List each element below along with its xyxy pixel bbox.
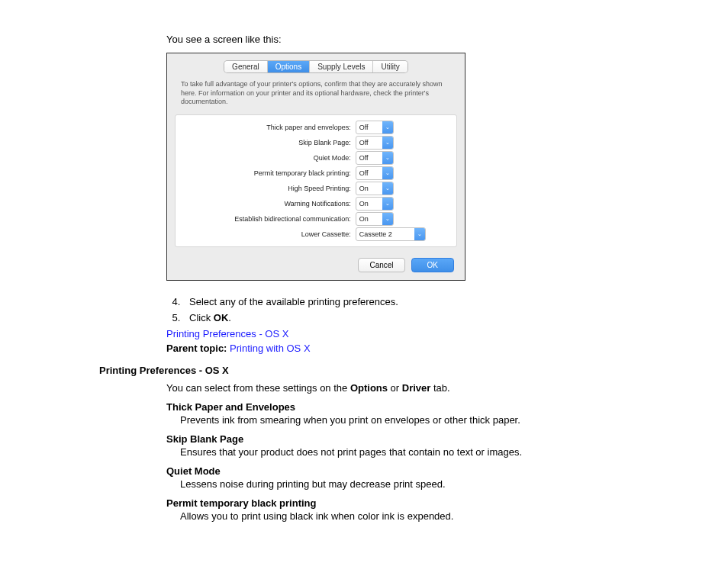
ok-button[interactable]: OK [411,258,454,272]
def-term: Skip Blank Page [166,433,636,445]
dialog-description: To take full advantage of your printer's… [167,77,465,114]
text: You can select from these settings on th… [166,382,350,394]
settings-panel: Thick paper and envelopes: Off ⌄ Skip Bl… [175,114,457,247]
chevron-updown-icon: ⌄ [382,167,393,179]
step-5-text: Click [189,312,214,323]
cancel-button[interactable]: Cancel [358,258,404,272]
quiet-mode-select[interactable]: Off ⌄ [356,151,394,165]
text-bold: Driver [402,382,431,394]
step-5: Click OK. [183,312,636,323]
chevron-updown-icon: ⌄ [382,137,393,149]
select-value: Off [356,154,382,162]
setting-label: Lower Cassette: [182,230,356,238]
setting-label: High Speed Printing: [182,185,356,192]
tab-general[interactable]: General [224,61,268,72]
select-value: Off [356,124,382,131]
parent-topic-line: Parent topic: Printing with OS X [166,343,636,354]
def-desc: Allows you to print using black ink when… [180,510,636,522]
select-value: Off [356,169,382,177]
chevron-updown-icon: ⌄ [414,228,425,240]
select-value: On [356,215,382,223]
setting-row: Establish bidirectional communication: O… [176,211,456,227]
setting-row: Lower Cassette: Cassette 2 ⌄ [176,227,456,242]
select-value: On [356,185,382,192]
setting-row: Warning Notifications: On ⌄ [176,196,456,211]
text-bold: Options [350,382,388,394]
printing-preferences-link[interactable]: Printing Preferences - OS X [166,328,288,339]
dialog-tabbar: General Options Supply Levels Utility [167,53,465,77]
chevron-updown-icon: ⌄ [382,213,393,225]
def-term: Thick Paper and Envelopes [166,401,636,413]
dialog-button-row: Cancel OK [167,247,465,280]
definition-list: Thick Paper and Envelopes Prevents ink f… [166,401,636,522]
def-desc: Prevents ink from smearing when you prin… [180,414,636,426]
setting-row: High Speed Printing: On ⌄ [176,181,456,196]
high-speed-select[interactable]: On ⌄ [356,182,394,195]
tab-utility[interactable]: Utility [373,61,407,72]
setting-row: Skip Blank Page: Off ⌄ [176,135,456,150]
step-5-suffix: . [228,312,231,323]
tab-options[interactable]: Options [268,61,310,72]
parent-topic-link[interactable]: Printing with OS X [230,343,311,354]
bidirectional-select[interactable]: On ⌄ [356,212,394,226]
tab-segment: General Options Supply Levels Utility [224,61,407,72]
setting-row: Quiet Mode: Off ⌄ [176,150,456,166]
chevron-updown-icon: ⌄ [382,121,393,134]
text: tab. [430,382,449,394]
text: or [388,382,402,394]
select-value: On [356,200,382,208]
section-heading: Printing Preferences - OS X [99,365,636,376]
setting-label: Permit temporary black printing: [182,169,356,177]
setting-label: Warning Notifications: [182,200,356,208]
step-list: Select any of the available printing pre… [166,296,636,323]
setting-label: Thick paper and envelopes: [182,124,356,131]
intro-text: You see a screen like this: [166,34,636,45]
select-value: Cassette 2 [356,230,414,238]
skip-blank-select[interactable]: Off ⌄ [356,136,394,150]
setting-label: Quiet Mode: [182,154,356,162]
select-value: Off [356,139,382,146]
setting-row: Thick paper and envelopes: Off ⌄ [176,120,456,135]
chevron-updown-icon: ⌄ [382,152,393,164]
printer-options-dialog: General Options Supply Levels Utility To… [166,53,465,281]
step-5-bold: OK [214,312,229,323]
settings-intro: You can select from these settings on th… [166,382,636,394]
def-term: Permit temporary black printing [166,497,636,509]
parent-topic-label: Parent topic: [166,343,230,354]
tab-supply-levels[interactable]: Supply Levels [310,61,373,72]
warning-select[interactable]: On ⌄ [356,197,394,211]
step-4: Select any of the available printing pre… [183,296,636,307]
def-desc: Lessens noise during printing but may de… [180,478,636,490]
temp-black-select[interactable]: Off ⌄ [356,166,394,180]
def-desc: Ensures that your product does not print… [180,446,636,458]
chevron-updown-icon: ⌄ [382,182,393,195]
setting-row: Permit temporary black printing: Off ⌄ [176,166,456,181]
lower-cassette-select[interactable]: Cassette 2 ⌄ [356,227,426,241]
def-term: Quiet Mode [166,465,636,477]
setting-label: Establish bidirectional communication: [182,215,356,223]
thick-paper-select[interactable]: Off ⌄ [356,121,394,134]
chevron-updown-icon: ⌄ [382,198,393,210]
setting-label: Skip Blank Page: [182,139,356,146]
